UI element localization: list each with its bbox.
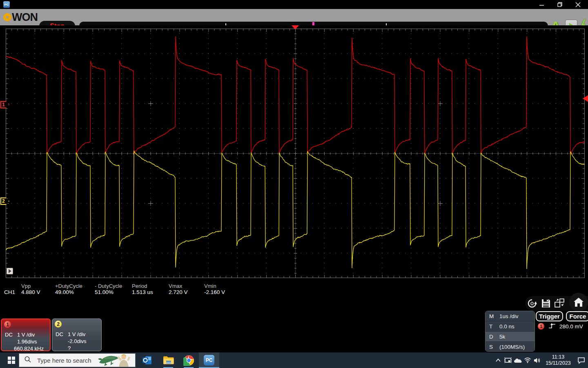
scope-area: 1 2 CH1 Vpp 4.880 V +DutyCycle 49.00% - … xyxy=(0,25,588,352)
screen: PC WON Stop A xyxy=(0,0,588,368)
screenshot-icon[interactable] xyxy=(553,297,567,310)
measurement-vpp: Vpp 4.880 V xyxy=(21,283,40,295)
measurement-period: Period 1.513 us xyxy=(132,283,153,295)
channel2-badge: 2 xyxy=(55,321,62,328)
file-explorer-icon[interactable] xyxy=(160,352,176,368)
notification-center-icon[interactable] xyxy=(574,352,588,368)
search-placeholder: Type here to search xyxy=(37,357,91,364)
expand-measurements-button[interactable] xyxy=(7,268,13,274)
slider-marker[interactable] xyxy=(312,22,314,25)
channel1-panel[interactable]: 1 DC1 V /div 1.96divs 660.824 kHz xyxy=(1,319,51,351)
restore-button[interactable] xyxy=(554,0,566,9)
home-button[interactable] xyxy=(569,293,588,312)
restore-defaults-icon[interactable] xyxy=(525,297,539,310)
ch1-offset: 1.96divs xyxy=(17,339,37,345)
channel2-panel[interactable]: 2 DC1 V /div -2.0divs ? xyxy=(52,319,102,351)
save-icon[interactable] xyxy=(539,297,553,310)
tray-chevron-icon[interactable] xyxy=(493,352,503,368)
ch2-scale: 1 V /div xyxy=(68,331,85,337)
ch1-scale: 1 V /div xyxy=(17,332,35,338)
search-box[interactable]: Type here to search xyxy=(19,353,136,367)
search-icon xyxy=(24,356,31,365)
chrome-icon[interactable] xyxy=(180,352,197,368)
outlook-icon[interactable] xyxy=(139,352,155,368)
measurement-bar: CH1 Vpp 4.880 V +DutyCycle 49.00% - Duty… xyxy=(0,283,286,298)
clock-date: 15/11/2023 xyxy=(542,360,574,366)
measurement-neg-duty: - DutyCycle 51.00% xyxy=(95,283,122,295)
ch2-coupling: DC xyxy=(56,331,68,337)
taskbar-clock[interactable]: 11:13 15/11/2023 xyxy=(542,354,574,366)
force-button[interactable]: Force xyxy=(566,311,588,321)
wifi-icon[interactable] xyxy=(523,352,532,368)
quick-toolbar xyxy=(525,296,588,311)
owon-logo: WON xyxy=(3,11,38,23)
owon-pc-taskbar-icon[interactable]: PC xyxy=(199,352,219,368)
onedrive-icon[interactable] xyxy=(513,352,523,368)
rising-edge-icon xyxy=(548,322,557,331)
minimize-button[interactable] xyxy=(536,0,548,9)
volume-icon[interactable] xyxy=(532,352,542,368)
trigger-button[interactable]: Trigger xyxy=(536,311,563,321)
virtual-touchpad-icon[interactable] xyxy=(503,352,513,368)
pc-app-icon: PC xyxy=(204,355,214,366)
measurement-vmin: Vmin -2.160 V xyxy=(204,283,225,295)
owon-logo-text: WON xyxy=(12,11,38,23)
expand-arrow-icon xyxy=(9,269,11,273)
system-tray: 11:13 15/11/2023 xyxy=(493,352,588,368)
ch2-frequency: ? xyxy=(68,345,71,351)
owon-logo-ring xyxy=(3,13,11,21)
measurement-pos-duty: +DutyCycle 49.00% xyxy=(55,283,82,295)
start-button[interactable] xyxy=(4,352,19,368)
timebase-row-t[interactable]: T0.0 ns xyxy=(486,321,535,332)
timebase-row-m[interactable]: M1us /div xyxy=(486,311,535,321)
trigger-level-marker[interactable] xyxy=(583,95,588,102)
ch2-offset: -2.0divs xyxy=(68,338,87,344)
clock-time: 11:13 xyxy=(542,354,574,360)
timebase-row-s[interactable]: S(100MS/s) xyxy=(486,342,535,352)
search-highlight-illustration[interactable] xyxy=(98,354,135,367)
title-bar: PC xyxy=(0,0,588,9)
measurement-channel-label: CH1 xyxy=(4,289,15,295)
measurement-vmax: Vmax 2.720 V xyxy=(169,283,188,295)
timebase-row-d[interactable]: D5k xyxy=(486,332,535,342)
control-bar: WON Stop A xyxy=(0,9,588,25)
channel1-badge: 1 xyxy=(4,321,11,328)
timebase-table: M1us /div T0.0 ns D5k S(100MS/s) xyxy=(485,311,535,352)
waveform-display xyxy=(6,29,585,278)
trigger-position-marker[interactable] xyxy=(292,25,299,29)
trigger-level-value: 280.0 mV xyxy=(559,323,583,330)
ch1-frequency: 660.824 kHz xyxy=(14,346,44,352)
trigger-source-badge: 1 xyxy=(538,323,544,330)
ch1-coupling: DC xyxy=(5,332,17,338)
app-icon: PC xyxy=(3,1,10,8)
close-button[interactable] xyxy=(572,0,584,9)
taskbar: Type here to search xyxy=(0,352,588,368)
